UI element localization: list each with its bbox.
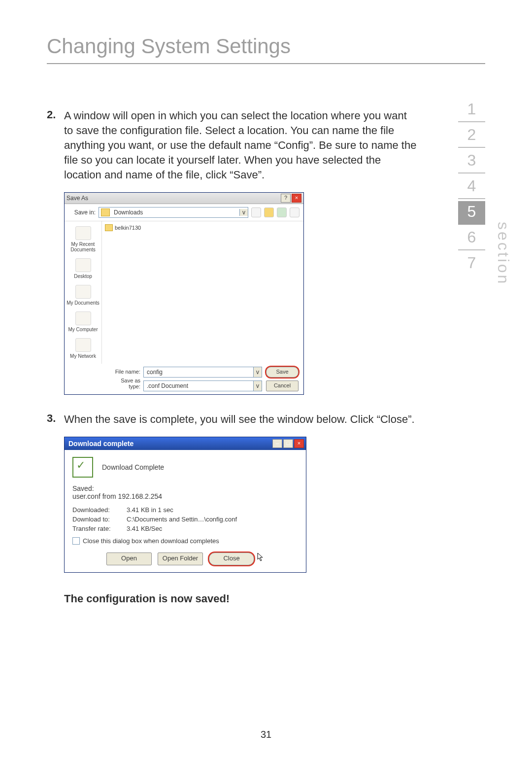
downloadto-label: Download to: — [72, 516, 127, 523]
saved-value: user.conf from 192.168.2.254 — [72, 492, 298, 500]
place-mynetwork[interactable]: My Network — [65, 335, 101, 362]
save-button[interactable]: Save — [266, 367, 299, 378]
place-desktop-label: Desktop — [66, 274, 100, 279]
step-3: 3. When the save is complete, you will s… — [47, 412, 485, 427]
close-button[interactable]: × — [292, 194, 301, 203]
places-bar: My Recent Documents Desktop My Documents… — [65, 221, 102, 364]
file-list[interactable]: belkin7130 — [102, 221, 303, 364]
nav-6[interactable]: 6 — [458, 227, 485, 250]
place-mynetwork-label: My Network — [66, 353, 100, 359]
section-label: section — [494, 222, 512, 285]
section-nav: 1 2 3 4 5 6 7 — [458, 99, 485, 277]
filename-value: config — [144, 367, 253, 377]
place-desktop[interactable]: Desktop — [65, 255, 101, 282]
chevron-down-icon[interactable]: v — [253, 367, 262, 377]
downloaded-label: Downloaded: — [72, 506, 127, 514]
save-in-dropdown[interactable]: Downloads v — [99, 207, 248, 218]
downloadto-value: C:\Documents and Settin…\config.conf — [127, 516, 298, 523]
folder-icon — [105, 224, 113, 231]
cursor-icon — [257, 553, 264, 561]
confirmation-text: The configuration is now saved! — [64, 592, 485, 605]
close-dialog-button[interactable]: Close — [209, 553, 254, 565]
filename-field[interactable]: config v — [143, 367, 262, 378]
download-complete-icon — [72, 457, 93, 478]
file-item[interactable]: belkin7130 — [105, 224, 300, 231]
save-as-titlebar: Save As ? × — [65, 193, 303, 204]
recent-icon — [75, 226, 91, 240]
downloaded-value: 3.41 KB in 1 sec — [127, 506, 298, 514]
rate-label: Transfer rate: — [72, 525, 127, 532]
save-as-toolbar: Save in: Downloads v — [65, 204, 303, 221]
saveastype-value: .conf Document — [144, 381, 253, 391]
nav-5[interactable]: 5 — [458, 201, 485, 225]
place-mydocs[interactable]: My Documents — [65, 282, 101, 309]
open-button[interactable]: Open — [106, 553, 152, 565]
place-mycomputer-label: My Computer — [66, 327, 100, 332]
place-recent[interactable]: My Recent Documents — [65, 223, 101, 255]
dlc-title: Download complete — [66, 440, 133, 448]
dlc-titlebar: Download complete – □ × — [65, 437, 306, 450]
cancel-button[interactable]: Cancel — [266, 380, 299, 391]
download-complete-dialog: Download complete – □ × Download Complet… — [64, 437, 306, 573]
saveastype-field[interactable]: .conf Document v — [143, 380, 262, 391]
save-as-dialog: Save As ? × Save in: Downloads v My Rece… — [64, 192, 304, 395]
saveastype-label: Save as type: — [108, 378, 140, 389]
page-title: Changing System Settings — [47, 35, 485, 58]
minimize-button[interactable]: – — [272, 439, 282, 448]
back-icon[interactable] — [251, 207, 261, 217]
place-mydocs-label: My Documents — [66, 300, 100, 306]
nav-3[interactable]: 3 — [458, 150, 485, 173]
save-in-value: Downloads — [112, 209, 239, 216]
place-recent-label: My Recent Documents — [66, 242, 100, 252]
file-item-label: belkin7130 — [115, 225, 141, 231]
mycomputer-icon — [75, 311, 91, 325]
chevron-down-icon[interactable]: v — [239, 209, 248, 216]
desktop-icon — [75, 258, 91, 272]
saved-label: Saved: — [72, 484, 298, 492]
close-button[interactable]: × — [294, 439, 304, 448]
save-as-title: Save As — [66, 195, 88, 202]
title-rule — [47, 63, 485, 64]
maximize-button[interactable]: □ — [283, 439, 293, 448]
place-mycomputer[interactable]: My Computer — [65, 309, 101, 335]
nav-1[interactable]: 1 — [458, 99, 485, 122]
step-2: 2. A window will open in which you can s… — [47, 108, 485, 182]
nav-7[interactable]: 7 — [458, 252, 485, 275]
page-number: 31 — [261, 729, 271, 740]
help-button[interactable]: ? — [281, 194, 291, 203]
mynetwork-icon — [75, 338, 91, 352]
step-2-number: 2. — [47, 108, 64, 182]
up-folder-icon[interactable] — [264, 207, 274, 217]
mydocs-icon — [75, 285, 91, 299]
step-3-number: 3. — [47, 412, 64, 427]
close-on-complete-checkbox[interactable]: Close this dialog box when download comp… — [72, 537, 298, 545]
dlc-heading: Download Complete — [102, 463, 164, 471]
new-folder-icon[interactable] — [277, 207, 287, 217]
checkbox-label: Close this dialog box when download comp… — [83, 537, 219, 545]
folder-icon — [101, 208, 110, 216]
nav-2[interactable]: 2 — [458, 124, 485, 148]
save-in-label: Save in: — [68, 209, 96, 216]
view-menu-icon[interactable] — [290, 207, 299, 217]
filename-label: File name: — [108, 369, 140, 375]
nav-4[interactable]: 4 — [458, 175, 485, 199]
open-folder-button[interactable]: Open Folder — [158, 553, 203, 565]
rate-value: 3.41 KB/Sec — [127, 525, 298, 532]
step-3-text: When the save is complete, you will see … — [64, 412, 415, 427]
chevron-down-icon[interactable]: v — [253, 381, 262, 391]
step-2-text: A window will open in which you can sele… — [64, 108, 419, 182]
checkbox-icon[interactable] — [72, 537, 80, 545]
